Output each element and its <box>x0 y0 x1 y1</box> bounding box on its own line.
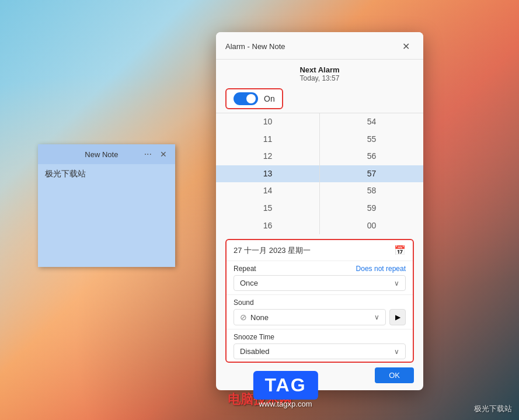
ok-button[interactable]: OK <box>375 367 414 383</box>
snooze-value: Disabled <box>240 347 270 356</box>
repeat-header: Repeat Does not repeat <box>234 265 406 273</box>
snooze-label: Snooze Time <box>234 333 274 341</box>
repeat-dropdown[interactable]: Once ∨ <box>234 275 406 291</box>
snooze-dropdown[interactable]: Disabled ∨ <box>234 343 406 359</box>
time-picker: 10 11 12 13 14 15 16 54 55 56 57 58 59 0… <box>216 113 423 234</box>
sticky-note-text: 极光下载站 <box>45 169 168 179</box>
does-not-repeat-link[interactable]: Does not repeat <box>356 265 406 273</box>
alarm-toggle[interactable] <box>234 92 258 105</box>
sticky-note: New Note ··· ✕ 极光下载站 <box>38 144 175 267</box>
repeat-value: Once <box>240 279 258 287</box>
sound-select-left: ⊘ None <box>240 313 269 322</box>
dialog-title: Alarm - New Note <box>225 42 285 51</box>
sound-header: Sound <box>234 298 406 307</box>
dialog-close-button[interactable]: ✕ <box>398 38 414 54</box>
repeat-section: Repeat Does not repeat Once ∨ <box>227 261 413 295</box>
hour-15[interactable]: 15 <box>216 200 319 217</box>
date-input[interactable] <box>234 246 394 255</box>
alarm-dialog: Alarm - New Note ✕ Next Alarm Today, 13:… <box>216 32 423 390</box>
sound-select-row: ⊘ None ∨ ▶ <box>234 309 406 325</box>
sticky-note-body: 极光下载站 <box>38 164 175 267</box>
hour-10[interactable]: 10 <box>216 113 319 131</box>
sticky-note-actions: ··· ✕ <box>142 148 169 161</box>
toggle-knob <box>246 94 256 103</box>
sound-value: None <box>250 313 269 322</box>
minutes-column: 54 55 56 57 58 59 00 <box>320 113 423 234</box>
sound-section: Sound ⊘ None ∨ ▶ <box>227 295 413 329</box>
dialog-footer: OK <box>216 363 423 390</box>
hour-16[interactable]: 16 <box>216 217 319 235</box>
next-alarm-section: Next Alarm Today, 13:57 <box>216 60 423 86</box>
min-57[interactable]: 57 <box>320 165 423 183</box>
repeat-label: Repeat <box>234 265 256 273</box>
sound-dropdown[interactable]: ⊘ None ∨ <box>234 309 386 325</box>
date-row: 📅 <box>227 240 413 261</box>
sound-label: Sound <box>234 298 254 307</box>
min-59[interactable]: 59 <box>320 200 423 217</box>
hour-12[interactable]: 12 <box>216 148 319 165</box>
dialog-titlebar: Alarm - New Note ✕ <box>216 32 423 60</box>
hour-14[interactable]: 14 <box>216 182 319 200</box>
min-56[interactable]: 56 <box>320 148 423 165</box>
snooze-header: Snooze Time <box>234 333 406 341</box>
next-alarm-label: Next Alarm <box>225 65 414 74</box>
hour-13[interactable]: 13 <box>216 165 319 183</box>
snooze-section: Snooze Time Disabled ∨ <box>227 329 413 362</box>
calendar-icon[interactable]: 📅 <box>394 245 406 256</box>
toggle-label: On <box>264 94 275 103</box>
next-alarm-time: Today, 13:57 <box>225 74 414 82</box>
snooze-arrow-icon: ∨ <box>394 348 399 356</box>
min-54[interactable]: 54 <box>320 113 423 131</box>
sound-arrow-icon: ∨ <box>374 313 379 321</box>
date-section: 📅 Repeat Does not repeat Once ∨ Sound ⊘ <box>225 239 414 363</box>
sound-play-button[interactable]: ▶ <box>389 309 406 325</box>
min-55[interactable]: 55 <box>320 131 423 148</box>
sticky-note-header: New Note ··· ✕ <box>38 144 175 164</box>
toggle-container: On <box>225 88 283 109</box>
no-sound-icon: ⊘ <box>240 313 247 322</box>
hour-11[interactable]: 11 <box>216 131 319 148</box>
min-00[interactable]: 00 <box>320 217 423 235</box>
sticky-note-title: New Note <box>61 150 142 159</box>
min-58[interactable]: 58 <box>320 182 423 200</box>
hours-column: 10 11 12 13 14 15 16 <box>216 113 320 234</box>
repeat-arrow-icon: ∨ <box>394 279 399 287</box>
sticky-note-menu-button[interactable]: ··· <box>142 148 154 161</box>
sticky-note-close-button[interactable]: ✕ <box>158 148 169 160</box>
